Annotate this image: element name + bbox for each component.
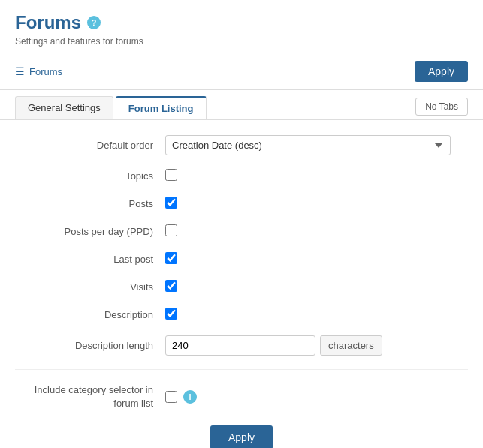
divider — [15, 369, 468, 370]
visits-label: Visits — [15, 281, 165, 293]
posts-label: Posts — [15, 198, 165, 209]
posts-checkbox[interactable] — [165, 197, 177, 209]
visits-row: Visits — [15, 280, 468, 294]
forums-link-label: Forums — [29, 66, 62, 77]
forums-link[interactable]: ☰ Forums — [15, 65, 62, 77]
category-selector-row: Include category selector in forum list … — [15, 383, 468, 410]
visits-control — [165, 280, 468, 294]
category-selector-control: i — [165, 390, 197, 404]
category-info-icon[interactable]: i — [183, 390, 197, 404]
page-subtitle: Settings and features for forums — [15, 36, 468, 47]
description-label: Description — [15, 309, 165, 320]
title-text: Forums — [15, 12, 81, 33]
default-order-control: Creation Date (desc) Creation Date (asc)… — [165, 135, 468, 155]
default-order-label: Default order — [15, 140, 165, 151]
apply-button-bottom[interactable]: Apply — [210, 425, 273, 448]
description-length-control: characters — [165, 335, 468, 356]
desc-length-inner: characters — [165, 335, 468, 356]
description-length-label: Description length — [15, 340, 165, 351]
list-icon: ☰ — [15, 65, 25, 77]
last-post-label: Last post — [15, 254, 165, 265]
apply-button-top[interactable]: Apply — [415, 61, 468, 82]
visits-checkbox[interactable] — [165, 280, 177, 292]
posts-per-day-checkbox[interactable] — [165, 224, 177, 236]
tab-general-settings[interactable]: General Settings — [15, 96, 113, 119]
topics-control — [165, 169, 468, 183]
default-order-select[interactable]: Creation Date (desc) Creation Date (asc)… — [165, 135, 451, 155]
no-tabs-button[interactable]: No Tabs — [415, 98, 468, 116]
description-length-input[interactable] — [165, 335, 315, 356]
toolbar: ☰ Forums Apply — [0, 53, 483, 90]
tabs-container: General Settings Forum Listing — [15, 96, 209, 119]
topics-label: Topics — [15, 170, 165, 182]
description-control — [165, 308, 468, 322]
tabs-row: General Settings Forum Listing No Tabs — [0, 90, 483, 120]
title-help-icon[interactable]: ? — [87, 16, 101, 29]
page-header: Forums ? Settings and features for forum… — [0, 0, 483, 53]
description-checkbox[interactable] — [165, 308, 177, 320]
posts-per-day-control — [165, 224, 468, 239]
posts-row: Posts — [15, 197, 468, 211]
posts-per-day-row: Posts per day (PPD) — [15, 224, 468, 239]
form-content: Default order Creation Date (desc) Creat… — [0, 120, 483, 448]
category-selector-label: Include category selector in forum list — [15, 383, 165, 410]
last-post-control — [165, 252, 468, 266]
characters-label: characters — [320, 335, 382, 356]
default-order-row: Default order Creation Date (desc) Creat… — [15, 135, 468, 155]
topics-row: Topics — [15, 169, 468, 183]
posts-per-day-label: Posts per day (PPD) — [15, 226, 165, 237]
posts-control — [165, 197, 468, 211]
tab-forum-listing[interactable]: Forum Listing — [116, 96, 207, 119]
category-selector-checkbox[interactable] — [165, 391, 177, 403]
last-post-row: Last post — [15, 252, 468, 266]
description-length-row: Description length characters — [15, 335, 468, 356]
page-title: Forums ? — [15, 12, 468, 33]
last-post-checkbox[interactable] — [165, 252, 177, 264]
description-row: Description — [15, 308, 468, 322]
topics-checkbox[interactable] — [165, 169, 177, 181]
